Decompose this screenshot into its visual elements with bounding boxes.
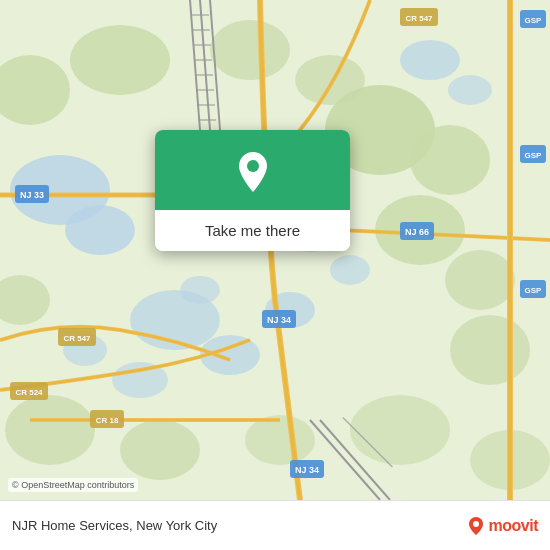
svg-text:NJ 66: NJ 66 xyxy=(405,227,429,237)
svg-point-12 xyxy=(448,75,492,105)
location-label: NJR Home Services, New York City xyxy=(12,518,465,533)
svg-point-16 xyxy=(445,250,515,310)
svg-point-73 xyxy=(473,521,479,527)
map-container[interactable]: NJ 33 NJ 34 NJ 34 NJ 66 CR 547 CR 547 CR… xyxy=(0,0,550,500)
svg-text:CR 547: CR 547 xyxy=(405,14,433,23)
svg-point-21 xyxy=(295,55,365,105)
svg-point-72 xyxy=(247,160,259,172)
svg-text:NJ 34: NJ 34 xyxy=(295,465,319,475)
location-pin-icon xyxy=(229,148,277,196)
popup-green-header xyxy=(155,130,350,210)
svg-text:NJ 33: NJ 33 xyxy=(20,190,44,200)
moovit-brand-text: moovit xyxy=(489,517,538,535)
moovit-pin-icon xyxy=(465,515,487,537)
svg-point-20 xyxy=(210,20,290,80)
svg-text:CR 18: CR 18 xyxy=(96,416,119,425)
svg-point-23 xyxy=(5,395,95,465)
moovit-logo: moovit xyxy=(465,515,538,537)
osm-attribution: © OpenStreetMap contributors xyxy=(8,478,138,492)
svg-point-10 xyxy=(180,276,220,304)
svg-point-24 xyxy=(120,420,200,480)
svg-point-2 xyxy=(65,205,135,255)
svg-text:GSP: GSP xyxy=(525,286,543,295)
svg-point-19 xyxy=(70,25,170,95)
svg-point-26 xyxy=(350,395,450,465)
svg-point-14 xyxy=(410,125,490,195)
svg-text:CR 524: CR 524 xyxy=(15,388,43,397)
bottom-bar: NJR Home Services, New York City moovit xyxy=(0,500,550,550)
svg-text:GSP: GSP xyxy=(525,151,543,160)
svg-point-11 xyxy=(400,40,460,80)
location-popup: Take me there xyxy=(155,130,350,251)
svg-text:NJ 34: NJ 34 xyxy=(267,315,291,325)
svg-point-6 xyxy=(330,255,370,285)
svg-point-17 xyxy=(450,315,530,385)
svg-text:CR 547: CR 547 xyxy=(63,334,91,343)
svg-text:GSP: GSP xyxy=(525,16,543,25)
svg-point-25 xyxy=(245,415,315,465)
take-me-there-button[interactable]: Take me there xyxy=(155,210,350,251)
